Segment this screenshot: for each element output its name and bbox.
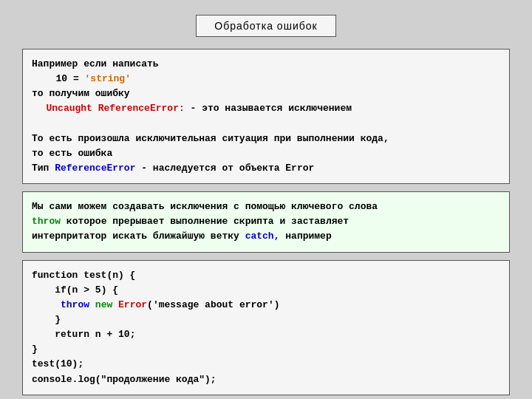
block1-line2: 10 = 'string' xyxy=(32,72,500,86)
block1-line6: То есть произошла исключительная ситуаци… xyxy=(32,132,500,146)
content-block-3: function test(n) { if(n > 5) { throw new… xyxy=(22,260,510,395)
content-block-1: Например если написать 10 = 'string' то … xyxy=(22,49,510,184)
block1-line8: Тип ReferenceError - наследуется от объе… xyxy=(32,161,500,176)
content-block-2: Мы сами можем создавать исключения с пом… xyxy=(22,191,510,252)
code-block: function test(n) { if(n > 5) { throw new… xyxy=(32,268,500,387)
block2-line1: Мы сами можем создавать исключения с пом… xyxy=(32,200,500,214)
title-text: Обработка ошибок xyxy=(214,20,317,32)
block1-line4: Uncaught ReferenceError: - это называетс… xyxy=(32,101,500,116)
title-box: Обработка ошибок xyxy=(196,15,335,37)
block2-line3: интерпритатор искать ближайшую ветку cat… xyxy=(32,229,500,244)
block1-line5 xyxy=(32,117,500,132)
block1-line3: то получим ошибку xyxy=(32,86,500,101)
block2-line2: throw которое прерывает выполнение скрип… xyxy=(32,214,500,229)
block1-line1: Например если написать xyxy=(32,57,500,72)
block1-line7: то есть ошибка xyxy=(32,146,500,161)
